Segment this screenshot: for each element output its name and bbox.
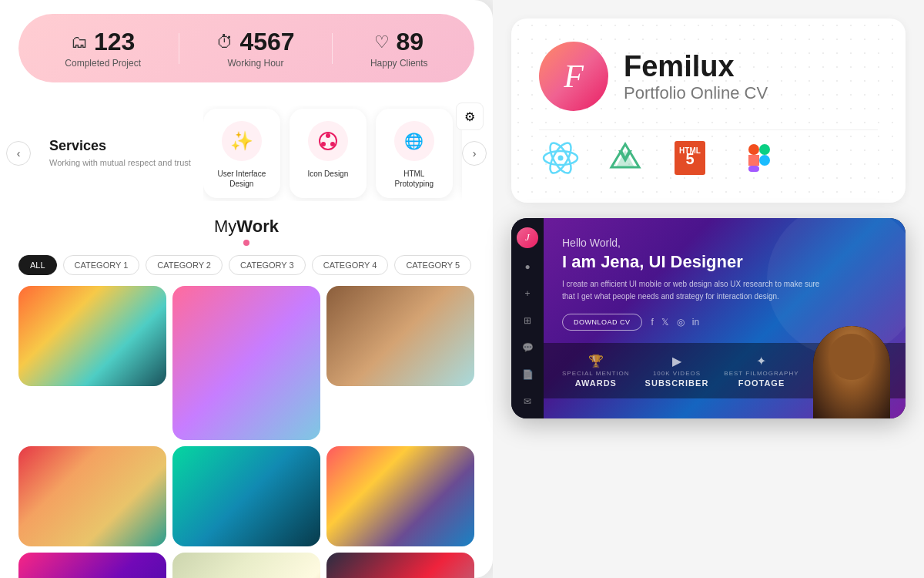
stat-completed-number: 123 <box>94 28 135 56</box>
port-nav-grid[interactable]: ⊞ <box>519 312 536 328</box>
port-nav-mail[interactable]: ✉ <box>519 393 536 409</box>
vue-icon <box>604 136 647 180</box>
mywork-title-bold: Work <box>236 217 279 236</box>
service-icon-label: Icon Design <box>307 169 348 179</box>
services-subtitle: Working with mutual respect and trust <box>49 157 191 169</box>
filter-cat4[interactable]: CATEGORY 4 <box>312 255 389 275</box>
work-item-8[interactable] <box>172 553 320 578</box>
service-card-icon-design: Icon Design <box>290 109 367 198</box>
figma-icon <box>733 136 776 180</box>
portfolio-main: Hello World, I am Jena, UI Designer I cr… <box>544 218 906 418</box>
subscriber-sublabel: 100k videos <box>653 370 701 377</box>
awards-icon: 🏆 <box>588 354 604 368</box>
stat-clients-number: 89 <box>396 28 424 56</box>
work-item-3[interactable] <box>326 286 474 386</box>
stat-completed: 🗂 123 Completed Project <box>65 28 141 69</box>
work-item-1[interactable] <box>18 286 166 386</box>
portfolio-logo: J <box>517 227 538 248</box>
femilux-text: Femilux Portfolio Online CV <box>624 50 768 103</box>
portfolio-greeting: Hello World, <box>562 237 887 249</box>
portfolio-avatar <box>813 326 890 418</box>
work-item-6[interactable] <box>326 446 474 546</box>
mywork-section: MyWork ALL CATEGORY 1 CATEGORY 2 CATEGOR… <box>0 210 493 578</box>
filter-cat5[interactable]: CATEGORY 5 <box>394 255 471 275</box>
subscriber-icon: ▶ <box>672 354 681 368</box>
service-card-html: 🌐 HTML Prototyping <box>376 109 453 198</box>
mywork-title: MyWork <box>18 217 474 237</box>
port-nav-home[interactable]: ● <box>519 259 536 275</box>
work-item-9[interactable] <box>326 553 474 578</box>
work-grid <box>18 286 474 578</box>
service-html-label: HTML Prototyping <box>385 169 444 189</box>
stat-clients-label: Happy Clients <box>370 58 428 69</box>
stat-clients: ♡ 89 Happy Clients <box>370 28 428 69</box>
tech-icons: 5 HTML <box>539 129 878 180</box>
download-cv-button[interactable]: DOWNLOAD CV <box>562 314 642 331</box>
facebook-icon[interactable]: f <box>651 317 654 328</box>
services-label: Services Working with mutual respect and… <box>31 138 203 169</box>
footage-icon: ✦ <box>756 354 766 368</box>
portfolio-stat-subscriber: ▶ 100k videos SUBSCRIBER <box>645 354 709 388</box>
port-nav-doc[interactable]: 📄 <box>519 366 536 382</box>
femilux-header: F Femilux Portfolio Online CV <box>539 42 878 111</box>
stat-working: ⏱ 4567 Working Hour <box>216 28 294 69</box>
service-ui-icon: ✨ <box>222 121 262 161</box>
portfolio-preview: J ● + ⊞ 💬 📄 ✉ Hello World, I am Jena, UI… <box>511 218 906 418</box>
work-item-7[interactable] <box>18 553 166 578</box>
right-panel: F Femilux Portfolio Online CV <box>493 0 924 578</box>
femilux-title: Femilux <box>624 50 768 83</box>
svg-text:HTML: HTML <box>679 146 701 155</box>
service-cards-list: ✨ User Interface Design Icon Design 🌐 HT… <box>203 106 462 201</box>
twitter-icon[interactable]: 𝕏 <box>661 317 669 328</box>
portfolio-sidebar: J ● + ⊞ 💬 📄 ✉ <box>511 218 544 418</box>
briefcase-icon: 🗂 <box>71 32 88 52</box>
filter-all[interactable]: ALL <box>18 255 57 275</box>
services-section: ‹ Services Working with mutual respect a… <box>0 96 493 210</box>
react-icon <box>539 136 582 180</box>
clock-icon: ⏱ <box>216 32 233 52</box>
services-prev-button[interactable]: ‹ <box>6 141 31 166</box>
service-icon-design-icon <box>308 121 348 161</box>
service-card-ui: ✨ User Interface Design <box>203 109 280 198</box>
filter-cat3[interactable]: CATEGORY 3 <box>229 255 306 275</box>
filter-cat1[interactable]: CATEGORY 1 <box>63 255 140 275</box>
svg-rect-14 <box>748 144 759 155</box>
work-item-5[interactable] <box>172 446 320 546</box>
social-icons: f 𝕏 ◎ in <box>651 317 700 328</box>
services-title: Services <box>49 138 191 154</box>
svg-rect-15 <box>748 155 759 166</box>
mywork-dot <box>243 240 249 246</box>
port-nav-chat[interactable]: 💬 <box>519 339 536 355</box>
svg-point-17 <box>759 155 770 166</box>
services-next-button[interactable]: › <box>462 141 487 166</box>
stat-divider-2 <box>332 33 333 64</box>
svg-point-3 <box>321 142 326 146</box>
service-html-icon: 🌐 <box>394 121 434 161</box>
femilux-logo: F <box>539 42 608 111</box>
settings-button[interactable]: ⚙ <box>456 102 484 130</box>
service-ui-label: User Interface Design <box>213 169 271 189</box>
stat-divider-1 <box>179 33 179 64</box>
portfolio-description: I create an efficient UI mobile or web d… <box>562 278 824 303</box>
svg-point-7 <box>558 156 564 161</box>
filter-cat2[interactable]: CATEGORY 2 <box>146 255 223 275</box>
svg-point-2 <box>330 142 335 146</box>
avatar-image <box>813 326 890 418</box>
stat-completed-label: Completed Project <box>65 58 141 69</box>
work-item-4[interactable] <box>18 446 166 546</box>
instagram-icon[interactable]: ◎ <box>677 317 685 328</box>
footage-sublabel: Best Filmography <box>724 370 798 377</box>
portfolio-name: I am Jena, UI Designer <box>562 252 887 272</box>
linkedin-icon[interactable]: in <box>692 317 699 328</box>
left-panel: 🗂 123 Completed Project ⏱ 4567 Working H… <box>0 0 493 578</box>
heart-icon: ♡ <box>374 32 390 52</box>
port-nav-add[interactable]: + <box>519 286 536 302</box>
awards-sublabel: Special Mention <box>562 370 630 377</box>
subscriber-value: SUBSCRIBER <box>645 378 709 388</box>
footage-value: FOOTAGE <box>738 378 785 388</box>
work-item-2[interactable] <box>172 286 320 440</box>
stats-bar: 🗂 123 Completed Project ⏱ 4567 Working H… <box>18 14 474 82</box>
svg-point-1 <box>326 133 330 138</box>
stat-working-label: Working Hour <box>227 58 283 69</box>
html5-icon: 5 HTML <box>668 136 711 180</box>
